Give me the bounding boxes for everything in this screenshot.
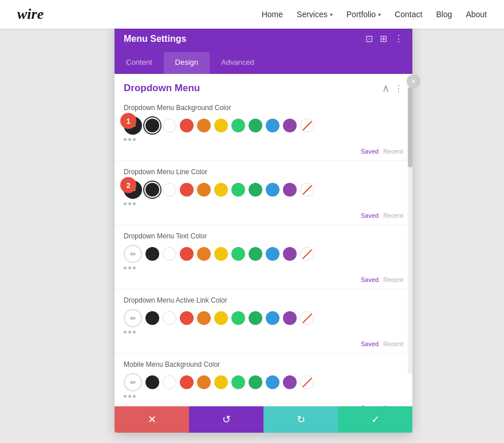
panel-header-icons: ⊡ ⊞ ⋮ <box>365 33 403 44</box>
color-none-1[interactable] <box>300 119 314 132</box>
top-nav: wire Home Services ▾ Portfolio ▾ Contact… <box>0 0 504 29</box>
tab-content[interactable]: Content <box>115 52 164 74</box>
cancel-button[interactable]: ✕ <box>115 406 189 433</box>
save-button[interactable]: ✓ <box>338 406 412 433</box>
dropdown-active-color-label: Dropdown Menu Active Link Color <box>124 296 403 304</box>
divider-2 <box>115 225 412 225</box>
dots-row-2 <box>115 201 412 210</box>
color-green-4[interactable] <box>231 311 245 325</box>
color-orange-3[interactable] <box>197 247 211 261</box>
saved-recent-5: Saved Recent <box>115 402 412 406</box>
nav-contact[interactable]: Contact <box>395 10 422 19</box>
color-picker-wrap-2: 2 ✏ <box>124 181 142 199</box>
menu-settings-panel: Menu Settings ⊡ ⊞ ⋮ Content Design Advan… <box>115 25 412 433</box>
section-more-icon[interactable]: ⋮ <box>394 83 403 94</box>
dots-row-1 <box>115 137 412 146</box>
color-picker-btn-3[interactable]: ✏ <box>124 245 142 263</box>
scrollbar-thumb[interactable] <box>408 87 412 167</box>
color-none-2[interactable] <box>300 183 314 197</box>
color-white-2[interactable] <box>163 183 176 197</box>
color-none-3[interactable] <box>300 247 314 261</box>
color-white-5[interactable] <box>163 375 176 389</box>
more-icon[interactable]: ⋮ <box>394 33 403 44</box>
color-orange-2[interactable] <box>197 183 211 197</box>
color-darkgreen-2[interactable] <box>249 183 262 197</box>
section-title: Dropdown Menu <box>124 83 200 94</box>
nav-services[interactable]: Services ▾ <box>297 10 333 19</box>
color-green-1[interactable] <box>231 119 245 132</box>
color-black-5[interactable] <box>145 375 159 389</box>
color-orange-5[interactable] <box>197 375 211 389</box>
color-darkgreen-4[interactable] <box>249 311 262 325</box>
nav-portfolio[interactable]: Portfolio ▾ <box>346 10 381 19</box>
color-picker-wrap-1: 1 ✏ <box>124 116 142 135</box>
color-yellow-2[interactable] <box>214 183 228 197</box>
nav-about[interactable]: About <box>466 10 487 19</box>
color-purple-3[interactable] <box>283 247 297 261</box>
redo-button[interactable]: ↻ <box>263 406 338 433</box>
minimize-icon[interactable]: ⊡ <box>365 33 373 44</box>
color-picker-btn-5[interactable]: ✏ <box>124 373 142 391</box>
reset-button[interactable]: ↺ <box>189 406 263 433</box>
color-purple-2[interactable] <box>283 183 297 197</box>
panel-close-button[interactable]: ✕ <box>407 75 420 88</box>
color-blue-5[interactable] <box>266 375 279 389</box>
color-darkgreen-3[interactable] <box>249 247 262 261</box>
color-blue-4[interactable] <box>266 311 279 325</box>
dot-3 <box>133 138 136 141</box>
color-darkgreen-5[interactable] <box>249 375 262 389</box>
color-orange-1[interactable] <box>197 119 211 132</box>
logo: wire <box>17 6 44 23</box>
color-red-5[interactable] <box>180 375 194 389</box>
color-orange-4[interactable] <box>197 311 211 325</box>
services-chevron: ▾ <box>330 11 333 18</box>
color-none-5[interactable] <box>300 375 314 389</box>
color-red-1[interactable] <box>180 119 194 132</box>
cancel-icon: ✕ <box>148 413 156 426</box>
recent-text-2: Recent <box>383 212 403 219</box>
dropdown-bg-color-label: Dropdown Menu Background Color <box>124 104 403 112</box>
nav-blog[interactable]: Blog <box>436 10 452 19</box>
tab-advanced[interactable]: Advanced <box>210 52 266 74</box>
color-yellow-4[interactable] <box>214 311 228 325</box>
color-black-1[interactable] <box>145 119 159 132</box>
color-blue-3[interactable] <box>266 247 279 261</box>
color-red-2[interactable] <box>180 183 194 197</box>
save-icon: ✓ <box>371 413 380 426</box>
color-red-3[interactable] <box>180 247 194 261</box>
pencil-icon-5: ✏ <box>130 378 136 387</box>
color-white-3[interactable] <box>163 247 176 261</box>
color-yellow-5[interactable] <box>214 375 228 389</box>
saved-text-1: Saved <box>361 148 379 155</box>
color-picker-btn-4[interactable]: ✏ <box>124 309 142 327</box>
color-purple-1[interactable] <box>283 119 297 132</box>
color-white-1[interactable] <box>163 119 176 132</box>
columns-icon[interactable]: ⊞ <box>380 33 387 44</box>
color-blue-1[interactable] <box>266 119 279 132</box>
tab-design[interactable]: Design <box>164 52 210 74</box>
color-green-2[interactable] <box>231 183 245 197</box>
dropdown-text-color-label: Dropdown Menu Text Color <box>124 232 403 240</box>
panel-header: Menu Settings ⊡ ⊞ ⋮ <box>115 25 412 52</box>
color-darkgreen-1[interactable] <box>249 119 262 132</box>
nav-home[interactable]: Home <box>262 10 283 19</box>
dots-row-4 <box>115 330 412 338</box>
color-white-4[interactable] <box>163 311 176 325</box>
dropdown-line-color-row: 2 ✏ <box>124 181 403 199</box>
color-purple-4[interactable] <box>283 311 297 325</box>
dropdown-text-color-group: Dropdown Menu Text Color ✏ <box>115 228 412 265</box>
dots-row-3 <box>115 265 412 274</box>
color-green-5[interactable] <box>231 375 245 389</box>
color-black-4[interactable] <box>145 311 159 325</box>
color-green-3[interactable] <box>231 247 245 261</box>
color-yellow-3[interactable] <box>214 247 228 261</box>
color-purple-5[interactable] <box>283 375 297 389</box>
color-black-3[interactable] <box>145 247 159 261</box>
color-yellow-1[interactable] <box>214 119 228 132</box>
color-none-4[interactable] <box>300 311 314 325</box>
color-blue-2[interactable] <box>266 183 279 197</box>
color-red-4[interactable] <box>180 311 194 325</box>
redo-icon: ↻ <box>297 413 305 426</box>
collapse-icon[interactable]: ∧ <box>382 82 389 95</box>
color-black-2[interactable] <box>145 183 159 197</box>
